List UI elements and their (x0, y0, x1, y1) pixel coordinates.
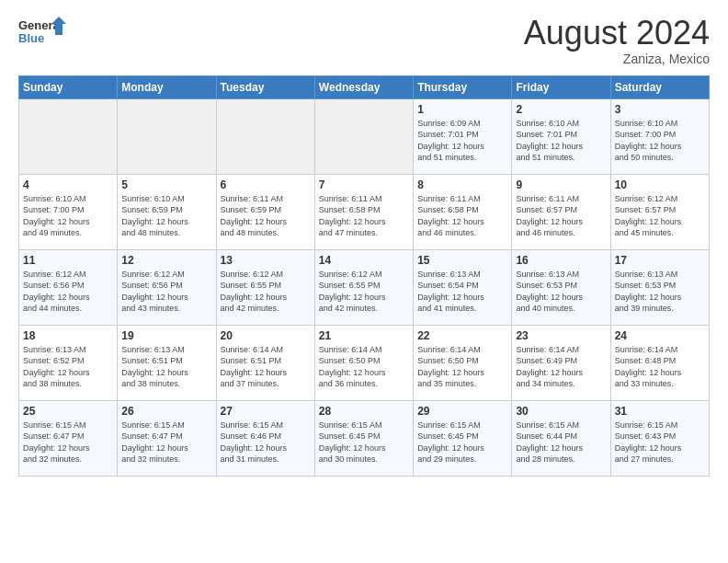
day-number: 17 (615, 254, 705, 267)
day-number: 29 (417, 405, 507, 418)
day-info: Sunrise: 6:14 AM Sunset: 6:51 PM Dayligh… (221, 344, 311, 390)
logo: General Blue (18, 15, 66, 52)
day-info: Sunrise: 6:12 AM Sunset: 6:56 PM Dayligh… (23, 269, 113, 315)
svg-text:Blue: Blue (18, 31, 44, 45)
week-row-1: 1Sunrise: 6:09 AM Sunset: 7:01 PM Daylig… (19, 98, 710, 174)
calendar-table: SundayMondayTuesdayWednesdayThursdayFrid… (18, 75, 710, 477)
day-info: Sunrise: 6:10 AM Sunset: 6:59 PM Dayligh… (121, 193, 211, 239)
week-row-3: 11Sunrise: 6:12 AM Sunset: 6:56 PM Dayli… (19, 249, 710, 325)
day-info: Sunrise: 6:15 AM Sunset: 6:47 PM Dayligh… (23, 419, 113, 465)
day-info: Sunrise: 6:15 AM Sunset: 6:45 PM Dayligh… (417, 419, 507, 465)
day-number: 14 (319, 254, 409, 267)
calendar-cell: 15Sunrise: 6:13 AM Sunset: 6:54 PM Dayli… (414, 249, 512, 325)
day-info: Sunrise: 6:14 AM Sunset: 6:50 PM Dayligh… (319, 344, 409, 390)
day-info: Sunrise: 6:09 AM Sunset: 7:01 PM Dayligh… (417, 118, 507, 164)
calendar-cell: 4Sunrise: 6:10 AM Sunset: 7:00 PM Daylig… (19, 174, 118, 249)
calendar-cell: 8Sunrise: 6:11 AM Sunset: 6:58 PM Daylig… (414, 174, 512, 249)
day-info: Sunrise: 6:14 AM Sunset: 6:49 PM Dayligh… (516, 344, 606, 390)
col-header-sunday: Sunday (19, 75, 118, 98)
calendar-cell: 11Sunrise: 6:12 AM Sunset: 6:56 PM Dayli… (19, 249, 118, 325)
calendar-cell: 10Sunrise: 6:12 AM Sunset: 6:57 PM Dayli… (610, 174, 709, 249)
day-number: 19 (121, 329, 211, 342)
day-number: 18 (23, 329, 113, 342)
day-number: 12 (121, 254, 211, 267)
day-number: 23 (516, 329, 606, 342)
day-number: 11 (23, 254, 113, 267)
calendar-cell: 24Sunrise: 6:14 AM Sunset: 6:48 PM Dayli… (610, 325, 709, 400)
day-number: 25 (23, 405, 113, 418)
day-info: Sunrise: 6:15 AM Sunset: 6:46 PM Dayligh… (221, 419, 311, 465)
main-title: August 2024 (524, 15, 710, 52)
day-info: Sunrise: 6:10 AM Sunset: 7:00 PM Dayligh… (23, 193, 113, 239)
day-number: 7 (319, 178, 409, 191)
calendar-cell: 29Sunrise: 6:15 AM Sunset: 6:45 PM Dayli… (414, 400, 512, 476)
subtitle: Zaniza, Mexico (524, 52, 710, 66)
day-number: 2 (516, 103, 606, 116)
calendar-cell: 2Sunrise: 6:10 AM Sunset: 7:01 PM Daylig… (512, 98, 610, 174)
calendar-cell (118, 98, 216, 174)
day-number: 4 (23, 178, 113, 191)
day-info: Sunrise: 6:14 AM Sunset: 6:50 PM Dayligh… (417, 344, 507, 390)
calendar-cell: 12Sunrise: 6:12 AM Sunset: 6:56 PM Dayli… (118, 249, 216, 325)
calendar-cell: 23Sunrise: 6:14 AM Sunset: 6:49 PM Dayli… (512, 325, 610, 400)
col-header-thursday: Thursday (414, 75, 512, 98)
day-info: Sunrise: 6:15 AM Sunset: 6:47 PM Dayligh… (121, 419, 211, 465)
day-number: 3 (615, 103, 705, 116)
calendar-cell: 9Sunrise: 6:11 AM Sunset: 6:57 PM Daylig… (512, 174, 610, 249)
day-info: Sunrise: 6:11 AM Sunset: 6:59 PM Dayligh… (221, 193, 311, 239)
calendar-cell: 17Sunrise: 6:13 AM Sunset: 6:53 PM Dayli… (610, 249, 709, 325)
day-number: 30 (516, 405, 606, 418)
day-number: 28 (319, 405, 409, 418)
calendar-cell: 28Sunrise: 6:15 AM Sunset: 6:45 PM Dayli… (314, 400, 413, 476)
calendar-cell: 26Sunrise: 6:15 AM Sunset: 6:47 PM Dayli… (118, 400, 216, 476)
calendar-cell: 31Sunrise: 6:15 AM Sunset: 6:43 PM Dayli… (610, 400, 709, 476)
day-info: Sunrise: 6:12 AM Sunset: 6:56 PM Dayligh… (121, 269, 211, 315)
calendar-cell: 20Sunrise: 6:14 AM Sunset: 6:51 PM Dayli… (216, 325, 314, 400)
col-header-saturday: Saturday (610, 75, 709, 98)
day-info: Sunrise: 6:10 AM Sunset: 7:00 PM Dayligh… (615, 118, 705, 164)
calendar-cell: 7Sunrise: 6:11 AM Sunset: 6:58 PM Daylig… (314, 174, 413, 249)
day-number: 10 (615, 178, 705, 191)
day-number: 9 (516, 178, 606, 191)
day-info: Sunrise: 6:13 AM Sunset: 6:53 PM Dayligh… (615, 269, 705, 315)
calendar-cell: 16Sunrise: 6:13 AM Sunset: 6:53 PM Dayli… (512, 249, 610, 325)
day-info: Sunrise: 6:11 AM Sunset: 6:58 PM Dayligh… (319, 193, 409, 239)
page: General Blue August 2024 Zaniza, Mexico … (0, 0, 728, 486)
header-row: SundayMondayTuesdayWednesdayThursdayFrid… (19, 75, 710, 98)
calendar-cell: 14Sunrise: 6:12 AM Sunset: 6:55 PM Dayli… (314, 249, 413, 325)
day-number: 8 (417, 178, 507, 191)
day-number: 26 (121, 405, 211, 418)
day-number: 6 (221, 178, 311, 191)
calendar-cell: 13Sunrise: 6:12 AM Sunset: 6:55 PM Dayli… (216, 249, 314, 325)
day-info: Sunrise: 6:15 AM Sunset: 6:43 PM Dayligh… (615, 419, 705, 465)
day-info: Sunrise: 6:15 AM Sunset: 6:45 PM Dayligh… (319, 419, 409, 465)
day-info: Sunrise: 6:13 AM Sunset: 6:54 PM Dayligh… (417, 269, 507, 315)
week-row-4: 18Sunrise: 6:13 AM Sunset: 6:52 PM Dayli… (19, 325, 710, 400)
day-info: Sunrise: 6:13 AM Sunset: 6:52 PM Dayligh… (23, 344, 113, 390)
calendar-cell: 19Sunrise: 6:13 AM Sunset: 6:51 PM Dayli… (118, 325, 216, 400)
week-row-5: 25Sunrise: 6:15 AM Sunset: 6:47 PM Dayli… (19, 400, 710, 476)
day-number: 24 (615, 329, 705, 342)
calendar-cell (19, 98, 118, 174)
col-header-monday: Monday (118, 75, 216, 98)
day-number: 1 (417, 103, 507, 116)
calendar-cell: 22Sunrise: 6:14 AM Sunset: 6:50 PM Dayli… (414, 325, 512, 400)
calendar-cell: 21Sunrise: 6:14 AM Sunset: 6:50 PM Dayli… (314, 325, 413, 400)
day-number: 27 (221, 405, 311, 418)
week-row-2: 4Sunrise: 6:10 AM Sunset: 7:00 PM Daylig… (19, 174, 710, 249)
day-number: 21 (319, 329, 409, 342)
day-number: 20 (221, 329, 311, 342)
calendar-cell: 3Sunrise: 6:10 AM Sunset: 7:00 PM Daylig… (610, 98, 709, 174)
logo-svg: General Blue (18, 15, 66, 52)
calendar-cell (314, 98, 413, 174)
day-info: Sunrise: 6:13 AM Sunset: 6:53 PM Dayligh… (516, 269, 606, 315)
day-info: Sunrise: 6:11 AM Sunset: 6:58 PM Dayligh… (417, 193, 507, 239)
calendar-cell: 27Sunrise: 6:15 AM Sunset: 6:46 PM Dayli… (216, 400, 314, 476)
day-info: Sunrise: 6:14 AM Sunset: 6:48 PM Dayligh… (615, 344, 705, 390)
day-number: 16 (516, 254, 606, 267)
calendar-cell: 18Sunrise: 6:13 AM Sunset: 6:52 PM Dayli… (19, 325, 118, 400)
day-info: Sunrise: 6:12 AM Sunset: 6:55 PM Dayligh… (319, 269, 409, 315)
col-header-wednesday: Wednesday (314, 75, 413, 98)
calendar-cell: 30Sunrise: 6:15 AM Sunset: 6:44 PM Dayli… (512, 400, 610, 476)
day-info: Sunrise: 6:12 AM Sunset: 6:57 PM Dayligh… (615, 193, 705, 239)
